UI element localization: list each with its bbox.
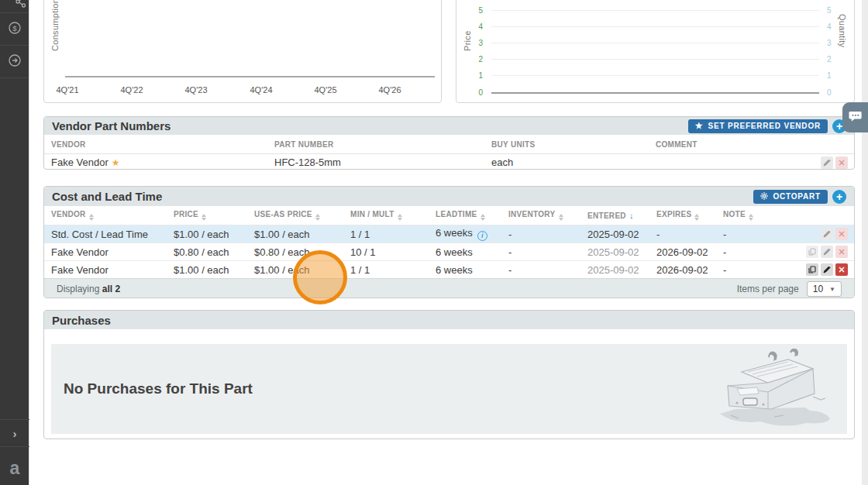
arrow-right-circle-icon	[8, 53, 22, 71]
x-tick: 4Q'25	[306, 85, 345, 95]
edit-button[interactable]	[821, 246, 833, 258]
col-comment[interactable]: COMMENT	[656, 140, 789, 149]
sidebar-item-forward[interactable]	[0, 46, 29, 78]
sidebar-expand-chevron[interactable]: ›	[0, 419, 29, 447]
preferred-star-icon: ★	[112, 157, 120, 168]
sidebar-item-cost[interactable]: $	[0, 13, 29, 46]
x-tick: 4Q'22	[112, 85, 151, 95]
items-per-page-select[interactable]: 10 ▼	[807, 281, 842, 297]
delete-button[interactable]	[835, 246, 848, 258]
sidebar-item-share[interactable]	[0, 0, 29, 13]
price-tick: 3	[469, 40, 483, 47]
edit-button[interactable]	[821, 263, 833, 276]
delete-button[interactable]	[835, 228, 848, 240]
gridline	[491, 75, 819, 76]
quantity-tick: 1	[827, 72, 841, 80]
x-tick: 4Q'21	[48, 85, 87, 95]
gridline	[491, 26, 819, 27]
gridline	[491, 43, 819, 43]
add-cost-button[interactable]: +	[832, 190, 846, 204]
x-tick: 4Q'26	[370, 85, 409, 95]
col-entered[interactable]: ENTERED↓	[587, 211, 656, 220]
col-expires[interactable]: EXPIRES	[656, 210, 723, 221]
edit-button[interactable]	[821, 157, 833, 169]
consumption-chart-panel: Consumption 4Q'21 4Q'22 4Q'23 4Q'24 4Q'2…	[43, 0, 442, 103]
delete-button[interactable]	[835, 157, 848, 169]
purchases-empty-state: No Purchases for This Part	[51, 344, 847, 434]
quantity-tick: 5	[827, 7, 841, 15]
set-preferred-vendor-button[interactable]: ★ SET PREFERRED VENDOR	[688, 119, 828, 133]
col-use-as-price[interactable]: USE-AS PRICE	[254, 210, 350, 221]
part-number-cell: HFC-128-5mm	[274, 157, 491, 168]
price-tick: 1	[469, 72, 483, 80]
aligni-logo: a	[0, 451, 29, 485]
price-quantity-chart-panel: Price Quantity 5 4 3 2 1 0 5 4 3 2 1 0	[456, 0, 855, 103]
dollar-circle-icon: $	[8, 21, 22, 38]
col-leadtime[interactable]: LEADTIME	[436, 210, 508, 221]
vendor-cell: Fake Vendor★	[51, 157, 274, 168]
price-tick: 5	[469, 7, 483, 15]
buy-units-cell: each	[491, 157, 656, 168]
gear-icon	[760, 192, 768, 201]
displaying-count: Displaying all 2	[57, 284, 120, 294]
col-min-mult[interactable]: MIN / MULT	[350, 210, 436, 221]
x-tick: 4Q'23	[177, 85, 215, 95]
table-row: Std. Cost / Lead Time $1.00 / each $1.00…	[44, 225, 854, 242]
octopart-button[interactable]: OCTOPART	[753, 190, 828, 204]
col-buy-units[interactable]: BUY UNITS	[491, 140, 656, 149]
col-part-number[interactable]: PART NUMBER	[274, 140, 491, 149]
quantity-tick: 3	[827, 40, 841, 47]
consumption-ylabel: Consumption	[50, 3, 60, 51]
empty-suitcase-illustration	[697, 349, 836, 432]
chat-widget-tab[interactable]	[842, 102, 868, 132]
col-vendor[interactable]: VENDOR	[51, 140, 274, 149]
table-row: Fake Vendor★ HFC-128-5mm each	[44, 154, 854, 170]
star-icon: ★	[695, 121, 704, 131]
empty-message: No Purchases for This Part	[64, 380, 253, 397]
section-title: Vendor Part Numbers	[52, 119, 170, 132]
price-tick: 0	[469, 89, 483, 97]
chat-bubble-icon	[849, 110, 863, 126]
items-per-page-label: Items per page	[737, 284, 799, 294]
info-icon[interactable]: i	[477, 231, 487, 241]
zero-axis-line	[491, 92, 819, 94]
x-tick: 4Q'24	[242, 85, 281, 95]
copy-button[interactable]	[806, 263, 818, 276]
sidebar: $ › a	[0, 0, 29, 485]
consumption-zero-line	[65, 76, 435, 77]
gridline	[491, 59, 819, 60]
delete-button[interactable]	[835, 263, 848, 276]
sort-desc-icon: ↓	[629, 211, 634, 220]
vendor-part-numbers-section: Vendor Part Numbers ★ SET PREFERRED VEND…	[43, 116, 855, 170]
chevron-down-icon: ▼	[829, 286, 835, 293]
cost-lead-time-section: Cost and Lead Time OCTOPART + VENDOR PRI…	[43, 186, 855, 298]
quantity-tick: 0	[827, 89, 841, 97]
quantity-ylabel: Quantity	[838, 14, 847, 60]
table-row: Fake Vendor $0.80 / each $0.80 / each 10…	[44, 242, 854, 260]
quantity-tick: 4	[827, 23, 841, 31]
price-tick: 2	[469, 56, 483, 64]
col-note[interactable]: NOTE	[723, 210, 786, 221]
svg-text:$: $	[12, 23, 17, 32]
col-inventory[interactable]: INVENTORY	[508, 210, 587, 221]
purchases-section: Purchases No Purchases for This Part	[43, 310, 855, 439]
scrollbar-track[interactable]	[862, 0, 868, 485]
gridline	[491, 10, 819, 11]
copy-button[interactable]	[806, 246, 818, 258]
col-vendor[interactable]: VENDOR	[51, 210, 174, 221]
quantity-tick: 2	[827, 56, 841, 64]
section-title: Cost and Lead Time	[52, 190, 162, 203]
edit-button[interactable]	[821, 228, 833, 240]
section-title: Purchases	[52, 314, 111, 327]
price-tick: 4	[469, 23, 483, 31]
col-price[interactable]: PRICE	[174, 210, 254, 221]
table-row: Fake Vendor $1.00 / each $1.00 / each 1 …	[44, 260, 854, 278]
